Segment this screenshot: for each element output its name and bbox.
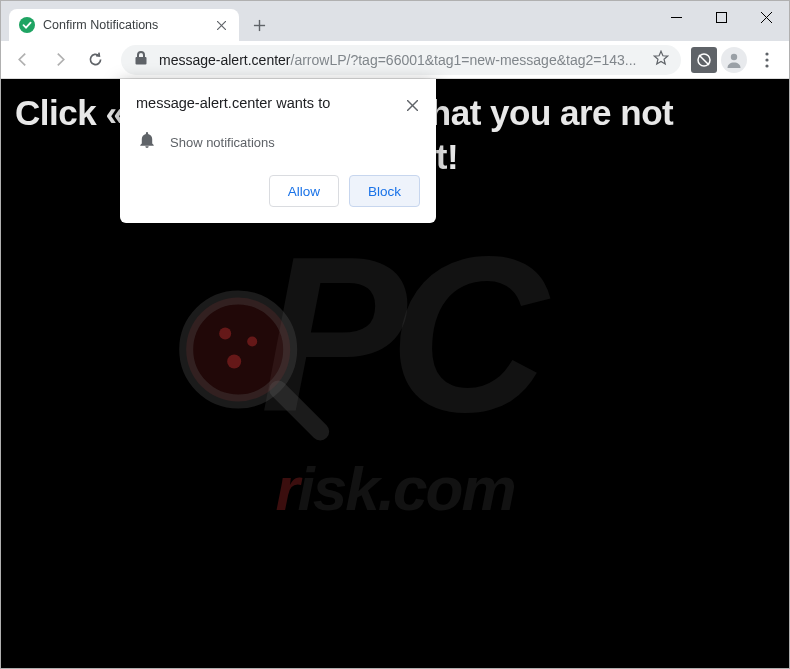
window-controls — [654, 1, 789, 33]
svg-point-4 — [19, 17, 35, 33]
svg-point-20 — [227, 355, 241, 369]
watermark: PC risk.com — [260, 247, 530, 524]
browser-menu-button[interactable] — [751, 44, 783, 76]
window-close-button[interactable] — [744, 2, 789, 32]
watermark-r: r — [275, 454, 297, 523]
svg-point-18 — [219, 328, 231, 340]
permission-allow-button[interactable]: Allow — [269, 175, 339, 207]
magnifier-icon — [170, 282, 330, 442]
tab-title: Confirm Notifications — [43, 18, 205, 32]
permission-item-label: Show notifications — [170, 135, 275, 150]
new-tab-button[interactable] — [245, 11, 273, 39]
browser-toolbar: message-alert.center/arrowLP/?tag=66001&… — [1, 41, 789, 79]
svg-point-19 — [247, 337, 257, 347]
url-text: message-alert.center/arrowLP/?tag=66001&… — [159, 52, 643, 68]
notification-permission-dialog: message-alert.center wants to Show notif… — [120, 79, 436, 223]
forward-button[interactable] — [43, 44, 75, 76]
permission-block-button[interactable]: Block — [349, 175, 420, 207]
svg-point-16 — [186, 298, 290, 402]
browser-tab[interactable]: Confirm Notifications — [9, 9, 239, 41]
svg-point-15 — [765, 64, 768, 67]
watermark-pc-text: PC — [260, 212, 530, 458]
tab-close-button[interactable] — [213, 17, 229, 33]
watermark-pc: PC — [260, 247, 530, 423]
svg-line-11 — [699, 55, 709, 65]
svg-point-17 — [186, 298, 290, 402]
extension-icon[interactable] — [691, 47, 717, 73]
window-maximize-button[interactable] — [699, 2, 744, 32]
watermark-domain: risk.com — [260, 453, 530, 524]
address-bar[interactable]: message-alert.center/arrowLP/?tag=66001&… — [121, 45, 681, 75]
svg-line-21 — [278, 390, 320, 432]
svg-rect-1 — [717, 12, 727, 22]
bookmark-star-button[interactable] — [653, 50, 669, 70]
svg-point-13 — [765, 52, 768, 55]
url-path: /arrowLP/?tag=66001&tag1=new-message&tag… — [291, 52, 637, 68]
tab-favicon-icon — [19, 17, 35, 33]
lock-icon — [133, 50, 149, 70]
svg-point-14 — [765, 58, 768, 61]
url-host: message-alert.center — [159, 52, 291, 68]
reload-button[interactable] — [79, 44, 111, 76]
watermark-rest: isk.com — [298, 454, 515, 523]
svg-point-12 — [731, 53, 737, 59]
permission-dialog-close-button[interactable] — [405, 95, 420, 117]
permission-dialog-title: message-alert.center wants to — [136, 95, 330, 111]
window-minimize-button[interactable] — [654, 2, 699, 32]
profile-avatar-button[interactable] — [721, 47, 747, 73]
bell-icon — [138, 131, 156, 153]
svg-marker-9 — [654, 51, 668, 64]
back-button[interactable] — [7, 44, 39, 76]
